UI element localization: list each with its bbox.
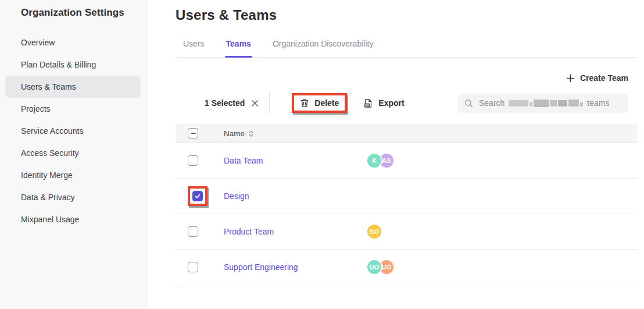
sidebar-item-mixpanel-usage[interactable]: Mixpanel Usage [5,208,141,230]
sidebar-item-identity-merge[interactable]: Identity Merge [5,164,141,186]
table-row-product-team: Product Team SO [176,214,638,250]
sidebar-item-projects[interactable]: Projects [5,98,141,120]
team-name-link[interactable]: Support Engineering [224,262,298,272]
main-content: Users & Teams Users Teams Organization D… [146,0,644,309]
tab-teams[interactable]: Teams [226,39,251,57]
sidebar-item-access-security[interactable]: Access Security [5,142,141,164]
delete-button[interactable]: Delete [300,98,339,108]
indeterminate-mark [191,133,196,134]
row-checkbox[interactable] [188,155,198,166]
export-button[interactable]: csv Export [363,98,404,108]
sidebar-item-label: Service Accounts [21,126,83,136]
close-x-icon [251,100,259,107]
tab-organization-discoverability[interactable]: Organization Discoverability [273,39,374,57]
team-avatars: K AS [366,152,638,169]
table-header-row: Name [176,124,638,143]
member-avatar: K [366,152,382,169]
team-name-link[interactable]: Data Team [224,156,263,165]
sidebar-item-overview[interactable]: Overview [5,31,141,54]
annotation-box-delete: Delete [292,93,347,113]
team-name-link[interactable]: Design [224,191,249,201]
csv-file-icon: csv [363,98,373,108]
table-row-support-engineering: Support Engineering UO UO [176,250,638,285]
toolbar-divider [269,92,270,114]
member-avatar: SO [366,223,382,240]
sidebar-item-users-teams[interactable]: Users & Teams [5,76,141,98]
teams-table: Name Data Team K AS [176,124,638,285]
name-column-label: Name [224,129,245,138]
search-placeholder-prefix: Search [479,98,505,108]
app-root: Organization Settings Overview Plan Deta… [0,0,644,309]
team-avatars: SO [366,223,638,240]
trash-icon [300,98,309,108]
header-checkbox-cell [176,128,224,138]
sort-chevrons-icon [249,130,253,137]
table-row-data-team: Data Team K AS [176,143,638,179]
search-input[interactable]: Search teams [457,94,628,113]
sidebar-item-label: Access Security [21,148,79,158]
row-checkbox-checked[interactable] [192,191,203,201]
name-column-header[interactable]: Name [224,129,366,138]
sidebar-item-plan-details-billing[interactable]: Plan Details & Billing [5,54,141,76]
create-team-label: Create Team [580,73,628,83]
select-all-checkbox[interactable] [188,128,198,138]
team-name-link[interactable]: Product Team [224,227,274,236]
clear-selection-button[interactable] [250,98,260,108]
selection-toolbar: 1 Selected [176,90,638,116]
sidebar-nav: Overview Plan Details & Billing Users & … [0,31,146,230]
sidebar-item-label: Overview [21,38,55,47]
sidebar-item-service-accounts[interactable]: Service Accounts [5,120,141,142]
delete-label: Delete [314,98,339,108]
sidebar: Organization Settings Overview Plan Deta… [0,0,146,309]
selected-group: 1 Selected [205,98,260,108]
search-placeholder-suffix: teams [587,98,609,108]
sidebar-item-label: Data & Privacy [21,193,75,202]
tabs-bar: Users Teams Organization Discoverability [176,39,638,58]
svg-text:csv: csv [365,104,370,106]
table-row-design: Design [176,179,638,214]
sidebar-item-label: Users & Teams [21,82,76,91]
sidebar-item-label: Plan Details & Billing [21,60,96,69]
search-placeholder: Search teams [479,98,609,108]
sidebar-title: Organization Settings [0,7,146,19]
selected-count-label: 1 Selected [205,98,245,108]
sidebar-item-label: Projects [21,104,51,113]
magnifier-icon [464,99,473,108]
page-title: Users & Teams [176,7,638,23]
plus-icon [566,74,575,83]
sidebar-item-data-privacy[interactable]: Data & Privacy [5,186,141,208]
member-avatar: UO [366,259,382,275]
team-avatars: UO UO [366,259,638,275]
sidebar-item-label: Identity Merge [21,171,73,180]
export-label: Export [378,98,404,108]
redacted-text-block [509,100,583,107]
annotation-box-checkbox [188,186,207,206]
sidebar-item-label: Mixpanel Usage [21,215,79,224]
tab-users[interactable]: Users [183,39,205,57]
row-checkbox[interactable] [188,262,198,272]
create-team-row: Create Team [176,69,638,87]
create-team-button[interactable]: Create Team [566,69,628,87]
row-checkbox[interactable] [188,226,198,237]
